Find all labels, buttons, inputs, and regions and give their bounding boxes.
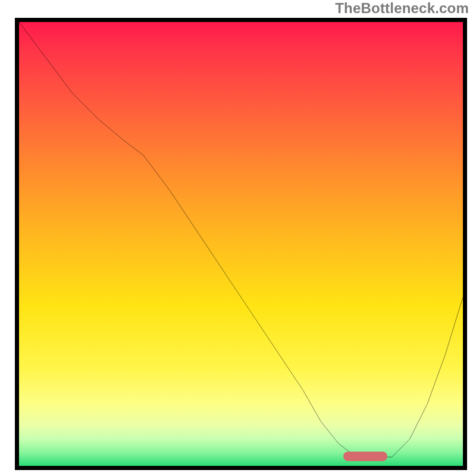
bottleneck-curve <box>19 22 463 466</box>
optimal-range-marker <box>343 452 388 461</box>
plot-area <box>15 18 467 470</box>
chart-frame: TheBottleneck.com <box>0 0 476 476</box>
attribution-label: TheBottleneck.com <box>335 0 469 17</box>
